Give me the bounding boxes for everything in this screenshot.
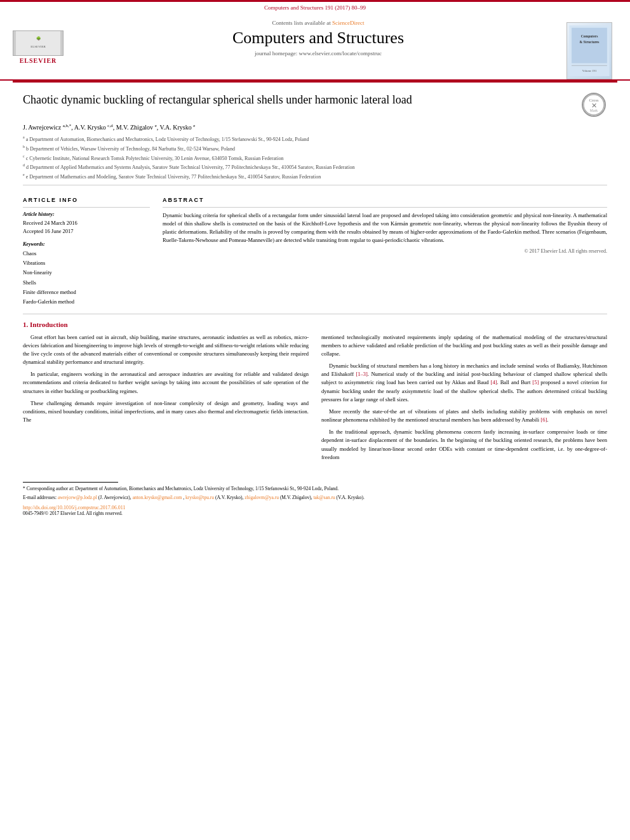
affil-d: d d Department of Applied Mathematics an… <box>23 163 607 171</box>
journal-header-center: Contents lists available at ScienceDirec… <box>70 20 566 79</box>
svg-rect-0 <box>16 31 60 55</box>
page: Computers and Structures 191 (2017) 80–9… <box>0 0 630 840</box>
abstract-col: ABSTRACT Dynamic bucking criteria for sp… <box>163 197 607 307</box>
affil-b: b b Department of Vehicles, Warsaw Unive… <box>23 144 607 153</box>
intro-section-title: 1. Introduction <box>23 321 607 328</box>
intro-para-2: In particular, engineers working in the … <box>23 370 309 396</box>
keyword-2: Vibrations <box>23 258 150 268</box>
svg-text:Volume 191: Volume 191 <box>582 69 597 72</box>
email-3[interactable]: krysko@tpu.ru <box>185 495 214 500</box>
intro-title: Introduction <box>30 321 68 328</box>
ref-5[interactable]: [5] <box>532 379 539 385</box>
ref-1-3[interactable]: [1–3] <box>356 371 367 377</box>
copyright-line: © 2017 Elsevier Ltd. All rights reserved… <box>163 248 607 254</box>
authors-line: J. Awrejcewicz a,b,*, A.V. Krysko c,d, M… <box>23 123 607 131</box>
article-title-row: Chaotic dynamic buckling of rectangular … <box>23 93 607 118</box>
intro-right-col: mentioned technologically motivated requ… <box>321 333 607 465</box>
abstract-text: Dynamic bucking criteria for spherical s… <box>163 211 607 245</box>
journal-homepage: journal homepage: www.elsevier.com/locat… <box>255 50 382 57</box>
email-5[interactable]: tak@san.ru <box>313 495 335 500</box>
keyword-6: Faedo-Galerkin method <box>23 297 150 307</box>
journal-title: Computers and Structures <box>232 29 404 48</box>
article-info-abstract: ARTICLE INFO Article history: Received 2… <box>0 189 630 307</box>
article-info-heading: ARTICLE INFO <box>23 197 150 203</box>
ref-4[interactable]: [4] <box>491 379 497 385</box>
footer-divider <box>23 482 118 483</box>
article-history-label: Article history: <box>23 211 150 217</box>
affil-a: a a Department of Automation, Biomechani… <box>23 135 607 143</box>
footer-section: * Corresponding author at: Department of… <box>0 472 630 517</box>
intro-right-para-3: More recently the state-of-the art of vi… <box>321 408 607 424</box>
article-dates: Received 24 March 2016 Accepted 16 June … <box>23 219 150 236</box>
crossmark: ✕ Cross Mark <box>582 93 607 118</box>
email-footnote: E-mail addresses: awrejcew@p.lodz.pl (J.… <box>23 494 607 501</box>
svg-text:✕: ✕ <box>591 102 597 109</box>
article-info-col: ARTICLE INFO Article history: Received 2… <box>23 197 150 307</box>
svg-text:Computers: Computers <box>581 34 598 38</box>
intro-left-col: Great effort has been carried out in air… <box>23 333 309 465</box>
email-addresses[interactable]: awrejcew@p.lodz.pl <box>58 495 97 500</box>
sciencedirect-line: Contents lists available at ScienceDirec… <box>272 20 365 26</box>
svg-rect-4 <box>572 28 607 63</box>
intro-heading-section: 1. Introduction <box>0 314 630 328</box>
journal-header: 🌳 ELSEVIER ELSEVIER Contents lists avail… <box>0 15 630 81</box>
intro-body: Great effort has been carried out in air… <box>0 333 630 465</box>
abstract-heading: ABSTRACT <box>163 197 607 203</box>
svg-text:& Structures: & Structures <box>579 40 600 44</box>
sciencedirect-link[interactable]: ScienceDirect <box>332 20 364 26</box>
keywords-list: Chaos Vibrations Non-linearity Shells Fi… <box>23 249 150 307</box>
journal-header-left: 🌳 ELSEVIER ELSEVIER <box>13 20 70 79</box>
email-4[interactable]: zhigalovm@ya.ru <box>245 495 279 500</box>
doi-link[interactable]: http://dx.doi.org/10.1016/j.compstruc.20… <box>23 505 126 510</box>
elsevier-text: ELSEVIER <box>13 57 64 64</box>
keyword-5: Finite difference method <box>23 288 150 297</box>
issn-line: 0045-7949/© 2017 Elsevier Ltd. All right… <box>23 510 607 516</box>
keyword-4: Shells <box>23 278 150 288</box>
keyword-3: Non-linearity <box>23 268 150 277</box>
email-label: E-mail addresses: <box>23 495 57 500</box>
intro-number: 1. <box>23 321 28 328</box>
elsevier-logo: 🌳 ELSEVIER ELSEVIER <box>13 30 64 69</box>
accepted-date: Accepted 16 June 2017 <box>23 227 150 236</box>
intro-para-3: These challenging demands require invest… <box>23 399 309 425</box>
logo-image: 🌳 ELSEVIER <box>13 30 64 56</box>
email-2[interactable]: anton.krysko@gmail.com <box>133 495 182 500</box>
article-title: Chaotic dynamic buckling of rectangular … <box>23 93 575 107</box>
doi-line: http://dx.doi.org/10.1016/j.compstruc.20… <box>23 505 607 510</box>
svg-text:ELSEVIER: ELSEVIER <box>30 45 46 48</box>
affil-c: c c Cybernetic Institute, National Resea… <box>23 154 607 163</box>
crossmark-icon: ✕ Cross Mark <box>582 93 606 117</box>
affil-e: e e Department of Mathematics and Modeli… <box>23 172 607 181</box>
affiliations: a a Department of Automation, Biomechani… <box>23 135 607 180</box>
received-date: Received 24 March 2016 <box>23 219 150 228</box>
journal-header-right: Computers & Structures Volume 191 <box>566 20 617 79</box>
journal-ref: Computers and Structures 191 (2017) 80–9… <box>264 4 366 11</box>
keywords-label: Keywords: <box>23 241 150 247</box>
keyword-1: Chaos <box>23 249 150 258</box>
footnote-text: * Corresponding author at: Department of… <box>23 485 607 492</box>
ref-6[interactable]: [6] <box>540 417 547 423</box>
email-author-1: (J. Awrejcewicz), <box>98 495 133 500</box>
intro-para-1: Great effort has been carried out in air… <box>23 333 309 367</box>
journal-ref-line: Computers and Structures 191 (2017) 80–9… <box>0 2 630 15</box>
intro-right-para-2: Dynamic buckling of structural members h… <box>321 362 607 404</box>
intro-right-para-1: mentioned technologically motivated requ… <box>321 333 607 359</box>
svg-text:Mark: Mark <box>590 109 598 112</box>
article-section: Chaotic dynamic buckling of rectangular … <box>0 83 630 181</box>
journal-cover: Computers & Structures Volume 191 <box>566 22 612 79</box>
intro-right-para-4: In the traditional approach, dynamic buc… <box>321 428 607 462</box>
svg-text:Cross: Cross <box>589 98 598 102</box>
svg-text:🌳: 🌳 <box>36 36 41 41</box>
